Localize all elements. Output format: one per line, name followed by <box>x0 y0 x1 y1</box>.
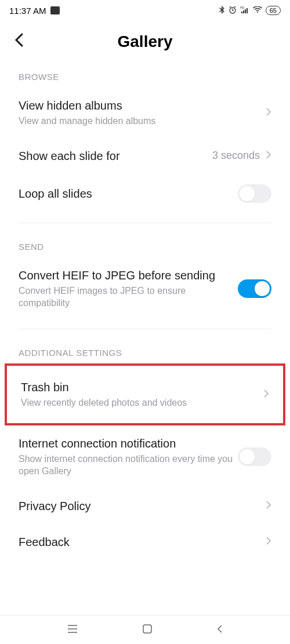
nav-home-icon[interactable] <box>142 624 153 636</box>
toggle-knob <box>255 281 270 296</box>
setting-title: Convert HEIF to JPEG before sending <box>19 268 238 283</box>
setting-title: Trash bin <box>21 380 263 395</box>
notification-icon <box>50 6 60 14</box>
setting-subtitle: View and manage hidden albums <box>19 115 266 128</box>
chevron-right-icon <box>266 535 271 548</box>
setting-text: Loop all slides <box>19 186 238 201</box>
setting-internet-notification[interactable]: Internet connection notification Show in… <box>0 425 290 488</box>
setting-subtitle: Show internet connection notification ev… <box>19 453 238 478</box>
page-title: Gallery <box>118 32 173 51</box>
back-button[interactable] <box>14 32 24 52</box>
divider <box>19 223 271 223</box>
setting-privacy-policy[interactable]: Privacy Policy <box>0 488 290 524</box>
setting-loop-slides[interactable]: Loop all slides <box>0 174 290 213</box>
navigation-bar <box>0 615 290 644</box>
page-header: Gallery <box>0 21 290 63</box>
setting-text: Internet connection notification Show in… <box>19 436 238 478</box>
nav-menu-icon[interactable] <box>67 624 78 636</box>
toggle-internet-notification[interactable] <box>238 447 271 466</box>
highlight-box: Trash bin View recently deleted photos a… <box>5 363 285 425</box>
setting-title: Show each slide for <box>19 148 212 163</box>
bluetooth-icon <box>219 6 225 16</box>
status-time: 11:37 AM <box>9 6 46 16</box>
setting-feedback[interactable]: Feedback <box>0 524 290 560</box>
status-bar: 11:37 AM HD 65 <box>0 0 290 21</box>
nav-back-icon[interactable] <box>216 624 223 636</box>
svg-text:HD: HD <box>240 6 245 9</box>
setting-title: Feedback <box>19 534 266 550</box>
divider <box>19 329 271 329</box>
setting-hidden-albums[interactable]: View hidden albums View and manage hidde… <box>0 88 290 138</box>
chevron-right-icon <box>266 499 271 512</box>
toggle-loop-slides[interactable] <box>238 184 271 203</box>
wifi-icon <box>253 6 262 15</box>
setting-title: Privacy Policy <box>19 499 266 514</box>
toggle-knob <box>240 186 255 201</box>
status-right: HD 65 <box>219 6 281 16</box>
section-header-additional: ADDITIONAL SETTINGS <box>0 339 290 363</box>
setting-text: Trash bin View recently deleted photos a… <box>21 380 263 409</box>
setting-text: Feedback <box>19 534 266 550</box>
toggle-convert-heif[interactable] <box>238 279 271 298</box>
setting-title: Internet connection notification <box>19 436 238 451</box>
svg-rect-2 <box>143 625 151 633</box>
setting-trash-bin[interactable]: Trash bin View recently deleted photos a… <box>7 366 283 423</box>
setting-value: 3 seconds <box>212 150 260 162</box>
toggle-knob <box>240 449 255 464</box>
section-header-browse: BROWSE <box>0 63 290 88</box>
setting-text: Privacy Policy <box>19 499 266 514</box>
setting-subtitle: View recently deleted photos and videos <box>21 397 263 409</box>
setting-text: Show each slide for <box>19 148 212 163</box>
section-header-send: SEND <box>0 232 290 257</box>
setting-title: View hidden albums <box>19 98 266 113</box>
setting-subtitle: Convert HEIF images to JPEG to ensure co… <box>19 285 238 310</box>
signal-icon: HD <box>240 6 249 16</box>
chevron-right-icon <box>266 149 271 162</box>
status-left: 11:37 AM <box>9 6 60 16</box>
setting-title: Loop all slides <box>19 186 238 201</box>
alarm-icon <box>229 6 237 16</box>
battery-indicator: 65 <box>266 6 281 15</box>
setting-text: View hidden albums View and manage hidde… <box>19 98 266 128</box>
setting-slide-duration[interactable]: Show each slide for 3 seconds <box>0 138 290 174</box>
chevron-right-icon <box>266 106 271 119</box>
chevron-right-icon <box>263 388 269 401</box>
setting-convert-heif[interactable]: Convert HEIF to JPEG before sending Conv… <box>0 257 290 320</box>
setting-text: Convert HEIF to JPEG before sending Conv… <box>19 268 238 310</box>
